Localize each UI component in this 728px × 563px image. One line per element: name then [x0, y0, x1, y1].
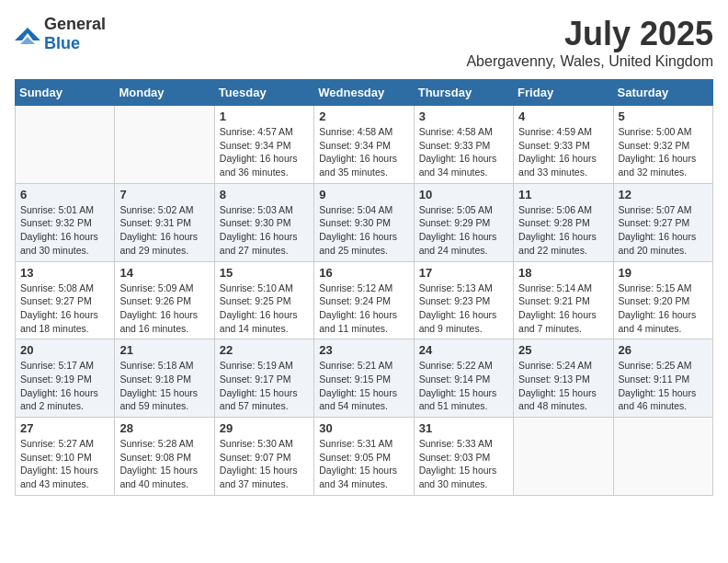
sunset: Sunset: 9:03 PM — [419, 452, 491, 463]
daylight: Daylight: 16 hours and 30 minutes. — [20, 231, 98, 256]
day-number: 29 — [220, 421, 309, 435]
day-cell — [16, 106, 115, 184]
day-info: Sunrise: 5:31 AM Sunset: 9:05 PM Dayligh… — [319, 437, 408, 491]
day-cell: 1 Sunrise: 4:57 AM Sunset: 9:34 PM Dayli… — [214, 106, 313, 184]
sunset: Sunset: 9:27 PM — [20, 295, 92, 306]
day-cell: 18 Sunrise: 5:14 AM Sunset: 9:21 PM Dayl… — [514, 261, 613, 339]
daylight: Daylight: 15 hours and 48 minutes. — [518, 387, 597, 412]
sunrise: Sunrise: 5:00 AM — [619, 126, 692, 137]
day-info: Sunrise: 4:59 AM Sunset: 9:33 PM Dayligh… — [518, 125, 608, 179]
day-cell — [115, 106, 214, 184]
sunset: Sunset: 9:30 PM — [319, 217, 391, 228]
day-info: Sunrise: 5:08 AM Sunset: 9:27 PM Dayligh… — [20, 282, 109, 336]
week-row-4: 20 Sunrise: 5:17 AM Sunset: 9:19 PM Dayl… — [16, 339, 713, 418]
day-number: 20 — [20, 343, 109, 357]
day-cell: 5 Sunrise: 5:00 AM Sunset: 9:32 PM Dayli… — [613, 106, 712, 184]
daylight: Daylight: 16 hours and 34 minutes. — [419, 153, 497, 178]
daylight: Daylight: 15 hours and 51 minutes. — [419, 387, 497, 412]
sunset: Sunset: 9:05 PM — [319, 452, 391, 463]
sunset: Sunset: 9:11 PM — [619, 373, 690, 385]
sunset: Sunset: 9:13 PM — [518, 373, 590, 385]
main-title: July 2025 — [466, 15, 713, 53]
sunrise: Sunrise: 5:10 AM — [220, 282, 293, 293]
day-number: 24 — [419, 343, 508, 357]
day-number: 22 — [220, 343, 309, 357]
daylight: Daylight: 16 hours and 29 minutes. — [119, 231, 198, 256]
daylight: Daylight: 15 hours and 34 minutes. — [319, 465, 397, 489]
sunset: Sunset: 9:34 PM — [220, 140, 291, 151]
day-number: 23 — [319, 343, 408, 357]
sunset: Sunset: 9:33 PM — [518, 140, 590, 151]
sunset: Sunset: 9:28 PM — [518, 217, 590, 228]
sunrise: Sunrise: 4:57 AM — [220, 126, 293, 137]
weekday-header-saturday: Saturday — [613, 80, 712, 106]
day-cell: 3 Sunrise: 4:58 AM Sunset: 9:33 PM Dayli… — [414, 106, 513, 184]
day-number: 19 — [619, 266, 708, 280]
day-number: 28 — [119, 421, 209, 435]
daylight: Daylight: 16 hours and 24 minutes. — [419, 231, 497, 256]
day-number: 15 — [220, 266, 309, 280]
day-cell: 6 Sunrise: 5:01 AM Sunset: 9:32 PM Dayli… — [16, 183, 115, 261]
daylight: Daylight: 16 hours and 16 minutes. — [119, 309, 198, 334]
day-cell: 27 Sunrise: 5:27 AM Sunset: 9:10 PM Dayl… — [16, 418, 115, 496]
week-row-2: 6 Sunrise: 5:01 AM Sunset: 9:32 PM Dayli… — [16, 183, 713, 261]
day-info: Sunrise: 5:22 AM Sunset: 9:14 PM Dayligh… — [419, 359, 508, 413]
day-number: 10 — [419, 188, 508, 201]
daylight: Daylight: 15 hours and 57 minutes. — [220, 387, 298, 412]
sunrise: Sunrise: 5:01 AM — [20, 204, 94, 215]
day-info: Sunrise: 5:33 AM Sunset: 9:03 PM Dayligh… — [419, 437, 508, 491]
day-info: Sunrise: 5:06 AM Sunset: 9:28 PM Dayligh… — [518, 203, 608, 258]
day-cell: 25 Sunrise: 5:24 AM Sunset: 9:13 PM Dayl… — [514, 339, 613, 418]
daylight: Daylight: 15 hours and 37 minutes. — [220, 465, 298, 489]
day-info: Sunrise: 5:03 AM Sunset: 9:30 PM Dayligh… — [220, 203, 309, 258]
day-number: 31 — [419, 421, 508, 435]
sunset: Sunset: 9:14 PM — [419, 373, 491, 385]
day-cell: 17 Sunrise: 5:13 AM Sunset: 9:23 PM Dayl… — [414, 261, 513, 339]
sunrise: Sunrise: 5:08 AM — [20, 282, 94, 293]
day-info: Sunrise: 5:30 AM Sunset: 9:07 PM Dayligh… — [220, 437, 309, 491]
day-number: 11 — [518, 188, 608, 201]
daylight: Daylight: 15 hours and 54 minutes. — [319, 387, 397, 412]
sunrise: Sunrise: 5:12 AM — [319, 282, 392, 293]
sunrise: Sunrise: 5:04 AM — [319, 204, 392, 215]
day-info: Sunrise: 5:12 AM Sunset: 9:24 PM Dayligh… — [319, 282, 408, 336]
page-header: General Blue July 2025 Abergavenny, Wale… — [15, 15, 713, 70]
sunset: Sunset: 9:24 PM — [319, 295, 391, 306]
sunrise: Sunrise: 5:33 AM — [419, 438, 493, 449]
daylight: Daylight: 16 hours and 36 minutes. — [220, 153, 298, 178]
day-cell: 9 Sunrise: 5:04 AM Sunset: 9:30 PM Dayli… — [314, 183, 414, 261]
sunset: Sunset: 9:08 PM — [119, 452, 191, 463]
day-number: 6 — [20, 188, 109, 201]
sunrise: Sunrise: 5:19 AM — [220, 360, 293, 371]
sunrise: Sunrise: 5:06 AM — [518, 204, 592, 215]
daylight: Daylight: 16 hours and 35 minutes. — [319, 153, 397, 178]
sunrise: Sunrise: 5:09 AM — [119, 282, 193, 293]
sunset: Sunset: 9:31 PM — [119, 217, 191, 228]
daylight: Daylight: 15 hours and 40 minutes. — [119, 465, 198, 489]
sunrise: Sunrise: 5:14 AM — [518, 282, 592, 293]
day-number: 16 — [319, 266, 408, 280]
sunrise: Sunrise: 4:59 AM — [518, 126, 592, 137]
sunrise: Sunrise: 4:58 AM — [419, 126, 493, 137]
day-info: Sunrise: 5:07 AM Sunset: 9:27 PM Dayligh… — [619, 203, 708, 258]
sunset: Sunset: 9:21 PM — [518, 295, 590, 306]
weekday-header-wednesday: Wednesday — [314, 80, 414, 106]
day-info: Sunrise: 5:13 AM Sunset: 9:23 PM Dayligh… — [419, 282, 508, 336]
sunrise: Sunrise: 5:03 AM — [220, 204, 293, 215]
week-row-3: 13 Sunrise: 5:08 AM Sunset: 9:27 PM Dayl… — [16, 261, 713, 339]
sunrise: Sunrise: 5:22 AM — [419, 360, 493, 371]
logo-icon — [15, 24, 40, 44]
daylight: Daylight: 16 hours and 32 minutes. — [619, 153, 697, 178]
sunset: Sunset: 9:32 PM — [20, 217, 92, 228]
daylight: Daylight: 15 hours and 30 minutes. — [419, 465, 497, 489]
week-row-5: 27 Sunrise: 5:27 AM Sunset: 9:10 PM Dayl… — [16, 418, 713, 496]
day-info: Sunrise: 5:14 AM Sunset: 9:21 PM Dayligh… — [518, 282, 608, 336]
sunset: Sunset: 9:10 PM — [20, 452, 92, 463]
day-info: Sunrise: 4:58 AM Sunset: 9:34 PM Dayligh… — [319, 125, 408, 179]
day-number: 5 — [619, 109, 708, 123]
day-cell: 19 Sunrise: 5:15 AM Sunset: 9:20 PM Dayl… — [613, 261, 712, 339]
day-info: Sunrise: 4:57 AM Sunset: 9:34 PM Dayligh… — [220, 125, 309, 179]
sunrise: Sunrise: 5:05 AM — [419, 204, 493, 215]
sunset: Sunset: 9:25 PM — [220, 295, 291, 306]
sunset: Sunset: 9:33 PM — [419, 140, 491, 151]
